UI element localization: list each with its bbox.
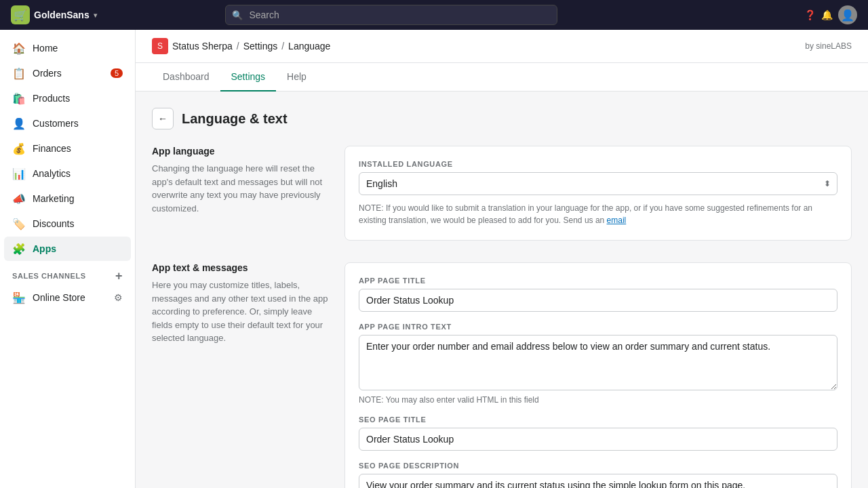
chevron-down-icon: ▾ (94, 12, 97, 19)
search-icon: 🔍 (232, 10, 243, 20)
search-bar: 🔍 (225, 5, 557, 25)
sidebar-item-orders[interactable]: 📋 Orders 5 (4, 61, 131, 85)
sidebar-item-discounts[interactable]: 🏷️ Discounts (4, 211, 131, 236)
nav-right: ❓ 🔔 👤 (804, 5, 857, 24)
sidebar-item-label: Orders (33, 68, 62, 79)
breadcrumb-sep2: / (281, 41, 284, 52)
app-text-description: App text & messages Here you may customi… (152, 262, 328, 488)
seo-desc-group: SEO PAGE DESCRIPTION (359, 462, 837, 488)
store-name-label: GoldenSans (34, 9, 90, 20)
app-page-title-input[interactable] (359, 289, 837, 312)
online-store-icon: 🏪 (12, 291, 26, 304)
app-page-intro-note: NOTE: You may also enter valid HTML in t… (359, 395, 837, 405)
store-icon: 🛒 (11, 5, 30, 24)
app-page-intro-textarea[interactable] (359, 335, 837, 390)
marketing-icon: 📣 (12, 192, 26, 205)
sidebar-item-home[interactable]: 🏠 Home (4, 36, 131, 60)
sidebar-item-label: Discounts (33, 218, 74, 229)
seo-title-group: SEO PAGE TITLE (359, 415, 837, 451)
sidebar: 🏠 Home 📋 Orders 5 🛍️ Products 👤 Customer… (0, 30, 136, 488)
avatar[interactable]: 👤 (838, 5, 857, 24)
app-page-title-label: APP PAGE TITLE (359, 277, 837, 285)
app-text-section: App text & messages Here you may customi… (152, 262, 852, 488)
language-select-wrap: English French German Spanish ⬍ (359, 172, 837, 195)
finances-icon: 💰 (12, 142, 26, 155)
content-area: ← Language & text App language Changing … (136, 92, 868, 488)
breadcrumb-app-name: Status Sherpa (172, 41, 233, 52)
app-text-card: APP PAGE TITLE APP PAGE INTRO TEXT NOTE:… (344, 262, 852, 488)
app-text-desc: Here you may customize titles, labels, m… (152, 279, 328, 345)
app-icon: S (152, 38, 168, 54)
badge-orders: 5 (111, 68, 123, 78)
nav-icons: ❓ 🔔 (804, 9, 833, 20)
store-selector[interactable]: 🛒 GoldenSans ▾ (11, 5, 97, 24)
app-language-description: App language Changing the language here … (152, 146, 328, 241)
online-store-settings-icon[interactable]: ⚙ (114, 292, 123, 303)
app-language-title: App language (152, 146, 328, 157)
sidebar-item-customers[interactable]: 👤 Customers (4, 111, 131, 136)
seo-title-label: SEO PAGE TITLE (359, 415, 837, 424)
sidebar-item-label: Customers (33, 118, 79, 129)
email-link[interactable]: email (607, 216, 627, 225)
breadcrumb: S Status Sherpa / Settings / Language (152, 38, 330, 54)
breadcrumb-page: Language (288, 41, 330, 52)
seo-desc-label: SEO PAGE DESCRIPTION (359, 462, 837, 470)
search-input[interactable] (225, 5, 557, 25)
app-page-title-group: APP PAGE TITLE (359, 277, 837, 312)
sidebar-item-label: Online Store (33, 292, 85, 303)
app-language-desc: Changing the language here will reset th… (152, 162, 328, 215)
page-header: S Status Sherpa / Settings / Language by… (136, 30, 868, 63)
seo-desc-textarea[interactable] (359, 474, 837, 488)
language-note: NOTE: If you would like to submit a tran… (359, 202, 837, 226)
products-icon: 🛍️ (12, 92, 26, 105)
help-icon[interactable]: ❓ (804, 9, 816, 20)
sidebar-item-finances[interactable]: 💰 Finances (4, 136, 131, 161)
app-page-intro-label: APP PAGE INTRO TEXT (359, 323, 837, 331)
sidebar-item-label: Products (33, 93, 70, 104)
breadcrumb-section[interactable]: Settings (243, 41, 278, 52)
sidebar-item-marketing[interactable]: 📣 Marketing (4, 186, 131, 211)
sidebar-item-label: Apps (33, 243, 56, 254)
tab-dashboard[interactable]: Dashboard (152, 63, 220, 92)
discounts-icon: 🏷️ (12, 217, 26, 230)
app-page-intro-group: APP PAGE INTRO TEXT NOTE: You may also e… (359, 323, 837, 405)
sidebar-item-label: Finances (33, 143, 71, 154)
by-label: by sineLABS (805, 41, 852, 51)
tabs-bar: Dashboard Settings Help (136, 63, 868, 92)
home-icon: 🏠 (12, 41, 26, 55)
page-title: Language & text (182, 111, 288, 127)
apps-icon: 🧩 (12, 242, 26, 256)
bell-icon[interactable]: 🔔 (821, 9, 833, 20)
orders-icon: 📋 (12, 66, 26, 80)
app-language-card: Installed language English French German… (344, 146, 852, 241)
seo-title-input[interactable] (359, 428, 837, 451)
sidebar-item-analytics[interactable]: 📊 Analytics (4, 161, 131, 186)
sidebar-item-products[interactable]: 🛍️ Products (4, 86, 131, 110)
add-sales-channel-button[interactable]: + (115, 270, 123, 282)
installed-language-label: Installed language (359, 160, 837, 168)
sidebar-item-online-store[interactable]: 🏪 Online Store ⚙ (4, 285, 131, 310)
app-layout: 🏠 Home 📋 Orders 5 🛍️ Products 👤 Customer… (0, 30, 868, 488)
breadcrumb-sep1: / (237, 41, 239, 52)
top-navigation: 🛒 GoldenSans ▾ 🔍 ❓ 🔔 👤 (0, 0, 868, 30)
back-button[interactable]: ← (152, 108, 174, 129)
sales-channels-section: SALES CHANNELS + (0, 262, 135, 285)
sidebar-item-label: Marketing (33, 193, 74, 204)
installed-language-card: Installed language English French German… (344, 146, 852, 241)
sidebar-item-label: Home (33, 43, 58, 54)
app-text-title: App text & messages (152, 262, 328, 273)
tab-settings[interactable]: Settings (220, 63, 277, 92)
text-fields-card: APP PAGE TITLE APP PAGE INTRO TEXT NOTE:… (344, 262, 852, 488)
tab-help[interactable]: Help (276, 63, 317, 92)
sidebar-item-apps[interactable]: 🧩 Apps (4, 237, 131, 261)
analytics-icon: 📊 (12, 167, 26, 180)
main-content: S Status Sherpa / Settings / Language by… (136, 30, 868, 488)
page-title-row: ← Language & text (152, 108, 852, 129)
customers-icon: 👤 (12, 117, 26, 130)
app-language-section: App language Changing the language here … (152, 146, 852, 241)
sales-channels-title: SALES CHANNELS (12, 272, 86, 280)
language-select[interactable]: English French German Spanish (359, 172, 837, 195)
sidebar-item-label: Analytics (33, 168, 71, 179)
